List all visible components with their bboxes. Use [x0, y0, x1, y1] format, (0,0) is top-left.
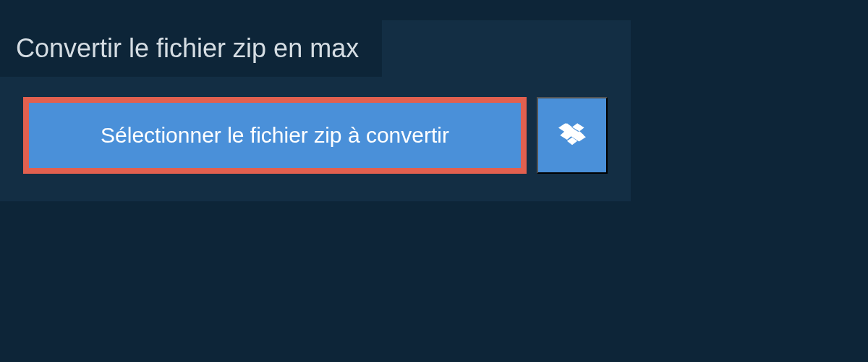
- select-file-label: Sélectionner le fichier zip à convertir: [101, 123, 449, 148]
- dropbox-icon: [558, 121, 586, 151]
- button-row: Sélectionner le fichier zip à convertir: [0, 77, 631, 174]
- dropbox-button[interactable]: [537, 97, 608, 174]
- select-file-button[interactable]: Sélectionner le fichier zip à convertir: [23, 97, 527, 174]
- title-bar: Convertir le fichier zip en max: [0, 20, 382, 77]
- page-title: Convertir le fichier zip en max: [16, 33, 359, 64]
- converter-panel: Convertir le fichier zip en max Sélectio…: [0, 20, 631, 201]
